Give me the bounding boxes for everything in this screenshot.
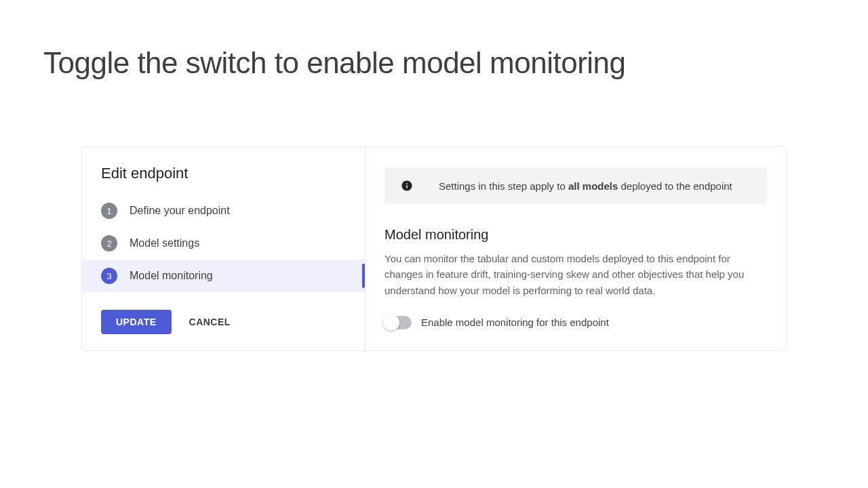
action-buttons: UPDATE CANCEL	[82, 292, 365, 334]
content-panel: Settings in this step apply to all model…	[366, 147, 786, 350]
info-text: Settings in this step apply to all model…	[439, 180, 732, 192]
step-define-endpoint[interactable]: 1 Define your endpoint	[82, 195, 365, 227]
info-suffix: deployed to the endpoint	[618, 180, 732, 192]
section-title: Model monitoring	[384, 227, 767, 243]
step-label: Model monitoring	[130, 270, 213, 282]
page-title: Toggle the switch to enable model monito…	[0, 0, 868, 80]
toggle-label: Enable model monitoring for this endpoin…	[421, 317, 609, 328]
step-model-monitoring[interactable]: 3 Model monitoring	[82, 260, 365, 292]
step-number-icon: 2	[101, 235, 117, 251]
step-label: Define your endpoint	[130, 205, 230, 217]
step-label: Model settings	[130, 237, 199, 249]
step-model-settings[interactable]: 2 Model settings	[82, 227, 365, 260]
cancel-button[interactable]: CANCEL	[184, 310, 236, 334]
step-number-icon: 1	[101, 203, 117, 219]
info-bold: all models	[568, 180, 618, 192]
enable-monitoring-row: Enable model monitoring for this endpoin…	[384, 316, 767, 329]
info-banner: Settings in this step apply to all model…	[384, 167, 767, 204]
section-description: You can monitor the tabular and custom m…	[384, 251, 751, 298]
enable-monitoring-toggle[interactable]	[384, 316, 412, 329]
wizard-sidebar: Edit endpoint 1 Define your endpoint 2 M…	[82, 147, 366, 350]
edit-endpoint-card: Edit endpoint 1 Define your endpoint 2 M…	[81, 146, 787, 351]
sidebar-title: Edit endpoint	[82, 165, 365, 195]
step-number-icon: 3	[101, 268, 117, 284]
update-button[interactable]: UPDATE	[101, 310, 172, 334]
info-prefix: Settings in this step apply to	[439, 180, 568, 192]
info-icon	[401, 180, 413, 192]
